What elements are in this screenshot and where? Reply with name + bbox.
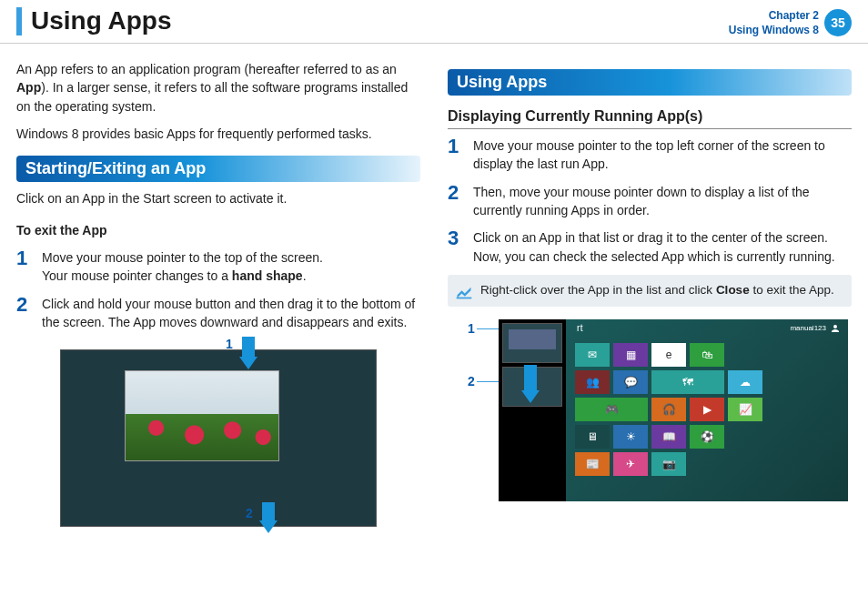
step-text: Then, move your mouse pointer down to di… (473, 183, 852, 220)
tile-desktop: 🖥 (575, 425, 610, 449)
step-text: Move your mouse pointer to the top left … (473, 136, 852, 174)
tile-calendar: ▦ (613, 343, 648, 367)
tile-news: 📰 (575, 452, 610, 476)
down-arrow-icon (524, 365, 537, 390)
down-arrow-icon (242, 337, 255, 357)
page-title: Using Apps (16, 7, 172, 35)
chapter-line-2: Using Windows 8 (729, 24, 819, 38)
figure-callout-2: 2 (246, 506, 253, 520)
figure-app-window (125, 370, 279, 461)
tile-ie: e (651, 343, 686, 367)
exit-step-1: 1 Move your mouse pointer to the top of … (16, 248, 420, 286)
step-text: Click on an App in that list or drag it … (473, 228, 852, 266)
tile-people: 👥 (575, 370, 610, 394)
tile-sports: ⚽ (690, 425, 724, 449)
tile-skydrive: ☁ (728, 370, 762, 394)
tile-empty (766, 343, 801, 367)
callout-line-icon (477, 328, 499, 329)
note-close-app: Right-click over the App in the list and… (448, 275, 852, 307)
step-text: Click and hold your mouse button and the… (42, 295, 420, 332)
tile-maps: 🗺 (651, 370, 724, 394)
figure-callout-1: 1 (226, 337, 233, 351)
section-heading-using-apps: Using Apps (448, 69, 852, 96)
step-number: 1 (448, 136, 464, 157)
figure-start-screen: rt manual123 ✉ ▦ e 🛍 👥 💬 🗺 ☁ (566, 319, 848, 501)
step-number: 2 (448, 183, 464, 203)
tile-video: ▶ (690, 398, 724, 421)
user-icon (830, 323, 841, 334)
tile-travel: ✈ (613, 452, 648, 476)
sub-heading-display-running: Displaying Currently Running App(s) (448, 108, 852, 129)
down-arrow-icon (262, 502, 275, 520)
intro-paragraph-1: An App refers to an application program … (16, 60, 420, 116)
figure-callout-1: 1 (468, 321, 475, 336)
running-step-2: 2 Then, move your mouse pointer down to … (448, 183, 852, 220)
tile-mail: ✉ (575, 343, 610, 367)
tile-games: 🎮 (575, 398, 648, 421)
switcher-thumbnail (502, 323, 562, 363)
exit-steps: 1 Move your mouse pointer to the top of … (16, 248, 420, 331)
tile-finance: 📈 (728, 398, 762, 421)
step-text: Move your mouse pointer to the top of th… (42, 248, 323, 286)
down-arrow-head-icon (259, 520, 278, 533)
section-heading-starting-exiting: Starting/Exiting an App (16, 156, 420, 182)
note-icon (455, 282, 473, 300)
figure-exit-app: 1 2 (45, 340, 391, 527)
exit-step-2: 2 Click and hold your mouse button and t… (16, 295, 420, 332)
tile-empty (766, 398, 801, 421)
running-step-1: 1 Move your mouse pointer to the top lef… (448, 136, 852, 174)
figure-running-apps: 1 2 rt manual123 ✉ ▦ (457, 319, 848, 501)
figure-callout-2: 2 (468, 374, 475, 389)
chapter-line-1: Chapter 2 (729, 9, 819, 24)
start-screen-label: rt (577, 323, 583, 333)
start-tiles-grid: ✉ ▦ e 🛍 👥 💬 🗺 ☁ 🎮 🎧 ▶ 📈 🖥 (575, 343, 839, 476)
step-number: 2 (16, 295, 33, 315)
tile-camera: 📷 (651, 452, 686, 476)
tile-empty (766, 425, 801, 449)
tile-music: 🎧 (651, 398, 686, 421)
running-steps: 1 Move your mouse pointer to the top lef… (448, 136, 852, 266)
left-column: An App refers to an application program … (16, 56, 420, 527)
page-number-badge: 35 (824, 9, 852, 36)
step-number: 3 (448, 228, 464, 248)
step-number: 1 (16, 248, 33, 268)
chapter-info: Chapter 2 Using Windows 8 35 (729, 7, 852, 37)
start-screen-user: manual123 (790, 323, 841, 334)
tile-messaging: 💬 (613, 370, 648, 394)
section-lead: Click on an App in the Start screen to a… (16, 189, 420, 207)
figure-app-switcher (499, 319, 566, 501)
down-arrow-head-icon (239, 357, 257, 369)
tile-empty (728, 425, 762, 449)
intro-paragraph-2: Windows 8 provides basic Apps for freque… (16, 125, 420, 143)
page-header: Using Apps Chapter 2 Using Windows 8 35 (0, 0, 868, 44)
tile-empty (766, 370, 801, 394)
tile-weather: ☀ (613, 425, 648, 449)
callout-line-icon (477, 381, 499, 382)
figure-desktop-background (60, 349, 377, 527)
tile-reader: 📖 (651, 425, 686, 449)
exit-subheading: To exit the App (16, 221, 420, 239)
tile-empty (728, 343, 762, 367)
tile-store: 🛍 (690, 343, 724, 367)
down-arrow-head-icon (521, 390, 540, 403)
running-step-3: 3 Click on an App in that list or drag i… (448, 228, 852, 266)
right-column: Using Apps Displaying Currently Running … (448, 56, 852, 527)
